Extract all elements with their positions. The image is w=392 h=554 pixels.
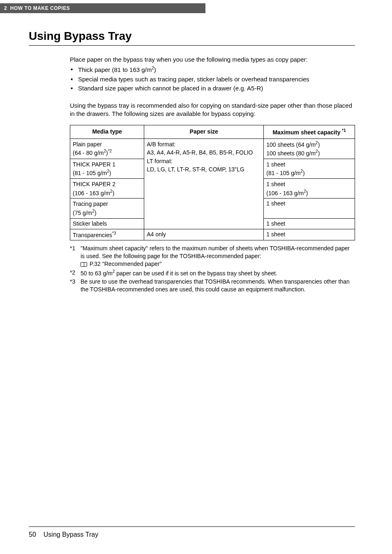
footnote: *2 50 to 63 g/m2 paper can be used if it…	[70, 269, 355, 277]
cell-media: Transparencies*3	[70, 229, 144, 240]
table-row: Plain paper (64 - 80 g/m2)*2 A/B format:…	[70, 139, 355, 159]
footnote-text: "Maximum sheet capacity" refers to the m…	[81, 245, 355, 268]
footnote-num: *1	[70, 245, 81, 268]
cell-media: Sticker labels	[70, 218, 144, 229]
list-item: Standard size paper which cannot be plac…	[78, 84, 355, 92]
page-content: Using Bypass Tray Place paper on the byp…	[0, 13, 392, 293]
cell-media: Tracing paper (75 g/m2)	[70, 199, 144, 218]
cell-media: THICK PAPER 1 (81 - 105 g/m2)	[70, 159, 144, 178]
cell-capacity: 1 sheet	[264, 199, 355, 218]
cell-media: Plain paper (64 - 80 g/m2)*2	[70, 139, 144, 159]
page-number: 50	[29, 531, 36, 538]
th-media: Media type	[70, 125, 144, 139]
list-item: Thick paper (81 to 163 g/m2)	[78, 65, 355, 74]
footnote: *1 "Maximum sheet capacity" refers to th…	[70, 245, 355, 268]
book-icon	[81, 262, 87, 267]
table-row: Transparencies*3 A4 only 1 sheet	[70, 229, 355, 240]
media-table: Media type Paper size Maximum sheet capa…	[70, 125, 355, 241]
footer-title: Using Bypass Tray	[44, 531, 98, 538]
footnotes: *1 "Maximum sheet capacity" refers to th…	[70, 245, 355, 293]
footnote-text: Be sure to use the overhead transparenci…	[81, 278, 355, 293]
cell-size-merged: A/B format: A3, A4, A4-R, A5-R, B4, B5, …	[144, 139, 264, 229]
chapter-header: 2 HOW TO MAKE COPIES	[0, 3, 205, 13]
bullet-list: Thick paper (81 to 163 g/m2) Special med…	[70, 65, 355, 92]
footer-divider	[29, 526, 355, 527]
th-capacity: Maximum sheet capacity *1	[264, 125, 355, 139]
cell-capacity: 1 sheet	[264, 218, 355, 229]
list-item: Special media types such as tracing pape…	[78, 75, 355, 83]
cell-size: A4 only	[144, 229, 264, 240]
page-footer: 50Using Bypass Tray	[29, 526, 355, 538]
chapter-title: HOW TO MAKE COPIES	[10, 5, 70, 11]
cell-media: THICK PAPER 2 (106 - 163 g/m2)	[70, 179, 144, 199]
th-size: Paper size	[144, 125, 264, 139]
heading-underline	[29, 45, 355, 46]
footnote-num: *2	[70, 269, 81, 277]
footnote: *3 Be sure to use the overhead transpare…	[70, 278, 355, 293]
intro-para2: Using the bypass tray is recommended als…	[70, 102, 355, 118]
footnote-text: 50 to 63 g/m2 paper can be used if it is…	[81, 269, 355, 277]
cell-capacity: 100 sheets (64 g/m2) 100 sheets (80 g/m2…	[264, 139, 355, 159]
cell-capacity: 1 sheet (81 - 105 g/m2)	[264, 159, 355, 178]
chapter-num: 2	[4, 5, 7, 11]
page-title: Using Bypass Tray	[29, 30, 355, 43]
intro-section: Place paper on the bypass tray when you …	[70, 55, 355, 293]
intro-text: Place paper on the bypass tray when you …	[70, 55, 355, 64]
footnote-num: *3	[70, 278, 81, 293]
cell-capacity: 1 sheet	[264, 229, 355, 240]
footer-text: 50Using Bypass Tray	[29, 531, 355, 538]
cell-capacity: 1 sheet (106 - 163 g/m2)	[264, 179, 355, 199]
